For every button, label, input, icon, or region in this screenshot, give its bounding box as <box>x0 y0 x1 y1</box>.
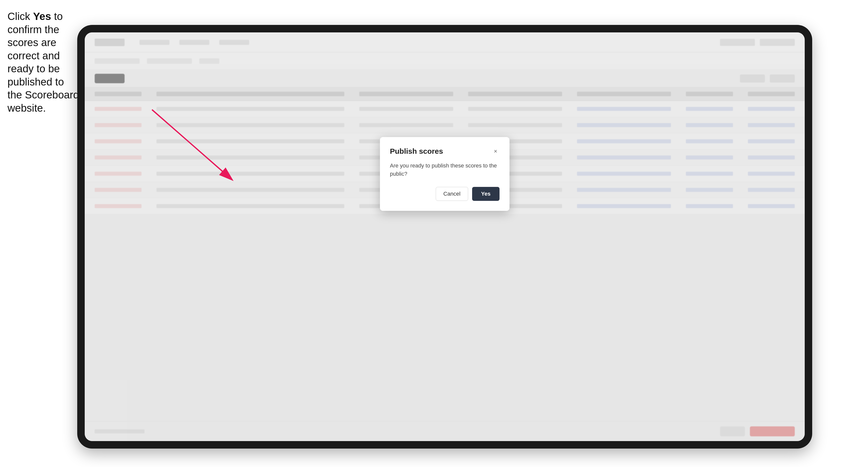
tablet-device: Publish scores × Are you ready to publis… <box>77 25 812 448</box>
publish-scores-dialog: Publish scores × Are you ready to publis… <box>380 137 509 211</box>
dialog-body: Are you ready to publish these scores to… <box>390 161 499 178</box>
instruction-text: Click Yes to confirm the scores are corr… <box>7 10 80 115</box>
dialog-title: Publish scores <box>390 147 443 156</box>
dialog-header: Publish scores × <box>390 147 499 156</box>
cancel-button[interactable]: Cancel <box>436 187 468 201</box>
modal-overlay: Publish scores × Are you ready to publis… <box>85 32 805 441</box>
yes-button[interactable]: Yes <box>472 187 499 201</box>
tablet-screen: Publish scores × Are you ready to publis… <box>85 32 805 441</box>
dialog-close-button[interactable]: × <box>492 147 499 155</box>
dialog-footer: Cancel Yes <box>390 187 499 201</box>
